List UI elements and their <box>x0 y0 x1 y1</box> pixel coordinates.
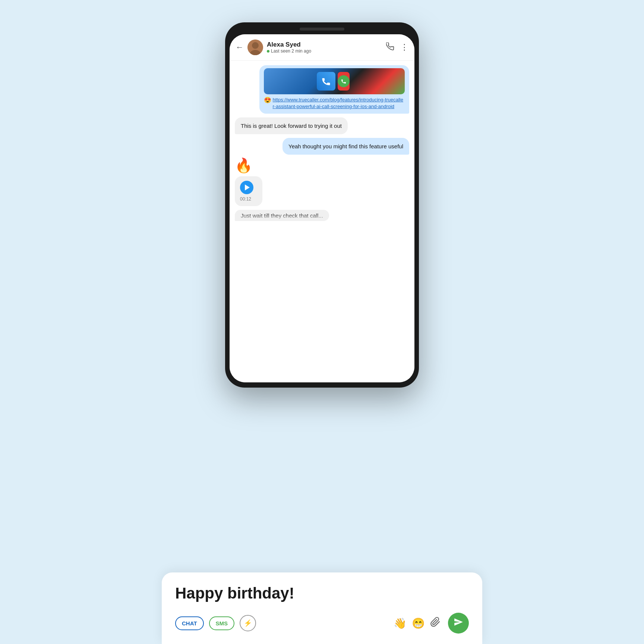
received-message-1: This is great! Look forward to trying it… <box>235 117 348 134</box>
emoji-icon[interactable]: 😁 <box>412 617 425 629</box>
play-icon <box>245 184 250 190</box>
status-text: Last seen 2 min ago <box>271 48 311 54</box>
header-icons: ⋮ <box>386 42 408 53</box>
bottom-card: Happy birthday! CHAT SMS ⚡ 👋 😁 <box>162 572 482 644</box>
bottom-actions: CHAT SMS ⚡ 👋 😁 <box>175 613 469 634</box>
chat-header: ← Alexa Syed Last seen 2 min ago <box>230 34 414 61</box>
status-dot <box>267 50 269 53</box>
send-button[interactable] <box>448 613 469 634</box>
contact-status: Last seen 2 min ago <box>267 48 382 54</box>
phone-shell: ← Alexa Syed Last seen 2 min ago <box>225 22 419 388</box>
sent-message-1: Yeah thought you might find this feature… <box>282 138 409 155</box>
voice-duration: 00:12 <box>240 196 257 202</box>
send-icon <box>454 617 463 629</box>
emoji-message: 🔥 <box>235 158 252 173</box>
more-icon[interactable]: ⋮ <box>400 42 408 53</box>
message-compose-text: Happy birthday! <box>175 584 469 602</box>
back-button[interactable]: ← <box>236 42 244 52</box>
play-button[interactable] <box>240 181 253 194</box>
voice-row <box>240 181 257 194</box>
chat-messages: 😍 https://www.truecaller.com/blog/featur… <box>230 61 414 382</box>
link-url[interactable]: https://www.truecaller.com/blog/features… <box>273 97 405 110</box>
svg-point-1 <box>252 42 259 49</box>
link-preview <box>264 68 405 94</box>
tab-chat[interactable]: CHAT <box>175 616 204 630</box>
phone-notch <box>300 28 344 31</box>
attachment-icon[interactable] <box>430 617 441 630</box>
link-message: 😍 https://www.truecaller.com/blog/featur… <box>259 65 409 114</box>
wave-icon[interactable]: 👋 <box>394 617 407 629</box>
call-icon[interactable] <box>386 42 394 53</box>
avatar <box>247 40 263 55</box>
voice-message: 00:12 <box>235 176 262 206</box>
tab-sms[interactable]: SMS <box>209 616 235 630</box>
tab-flash[interactable]: ⚡ <box>240 615 256 631</box>
contact-name: Alexa Syed <box>267 41 382 48</box>
contact-info: Alexa Syed Last seen 2 min ago <box>267 41 382 54</box>
flash-icon: ⚡ <box>244 619 252 627</box>
partial-message: Just wait till they check that call... <box>235 210 329 221</box>
link-emoji-reaction: 😍 <box>264 97 271 104</box>
phone-screen: ← Alexa Syed Last seen 2 min ago <box>230 34 414 382</box>
